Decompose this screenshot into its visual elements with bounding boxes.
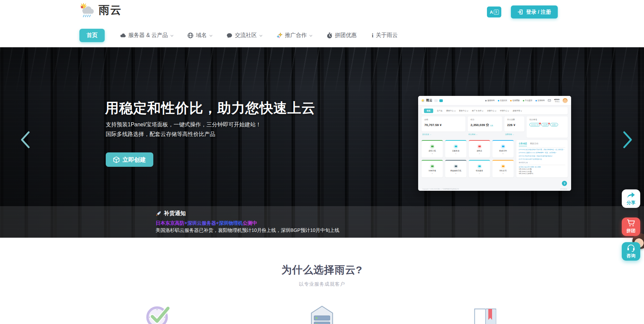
nav-item-home[interactable]: 首页	[79, 29, 105, 42]
clouds-icon	[120, 33, 126, 39]
nav-item-community[interactable]: 交流社区	[227, 32, 261, 39]
todo-favorites-pill[interactable]: 收藏夹	[550, 123, 558, 126]
language-translate-icon: 文	[494, 10, 499, 15]
nav-item-domains[interactable]: 域名	[188, 32, 211, 39]
info-icon: i	[372, 32, 374, 39]
tile-object-storage[interactable]: 对象存储2	[422, 160, 443, 177]
chevron-down-icon	[259, 34, 262, 36]
create-now-button[interactable]: 立即创建	[106, 152, 153, 167]
announcement-item[interactable]: [1月26日] 云服务器 Linux 系统镜像统一更新，欢迎体验！	[519, 152, 565, 154]
carousel-prev-arrow[interactable]	[20, 131, 30, 149]
tile-bare-metal[interactable]: 裸金属独立机5	[445, 160, 466, 177]
tile-virtual-hosting[interactable]: 虚拟主机3	[422, 140, 443, 158]
announcement-item[interactable]: [11月7日] 雨云改进计划与更新日志	[519, 158, 565, 160]
dashboard-screenshot: 雨云 搜索资料 交流社区 近期更新 节点监控 支持资料 admin管理员 综览 …	[418, 96, 571, 191]
share-button[interactable]: 分享	[622, 189, 640, 208]
dash-nav-products[interactable]: 云产品	[437, 110, 442, 112]
chat-bubble-icon	[227, 33, 233, 39]
badge: 4	[548, 123, 550, 125]
clock-check-icon	[144, 301, 173, 324]
dash-footer: Copyright © 2016-2024 雨云 - 广州雨智网络科技有限公司 …	[418, 188, 571, 190]
dash-nav-super[interactable]: 超级管理	[513, 110, 522, 112]
dash-menu-monitor[interactable]: 节点监控	[523, 99, 532, 102]
open-book-icon	[471, 301, 500, 324]
globe-icon	[188, 33, 194, 39]
todo-renew-pill[interactable]: 待续费4	[541, 123, 549, 126]
share-arrow-icon	[627, 192, 635, 199]
dash-logo-icon	[422, 99, 424, 102]
dash-nav-settings[interactable]: 设置中心	[487, 110, 496, 112]
restock-notice-bar: 补货通知 日本东京高防+深圳云服务器+深圳物理机公测中 美国洛杉矶云服务器已补货…	[0, 206, 644, 238]
language-a-icon: A	[490, 10, 493, 15]
dash-menu-docs[interactable]: 支持资料	[536, 99, 545, 102]
why-title: 为什么选择雨云?	[0, 263, 644, 277]
dash-menu-updates[interactable]: 近期更新	[510, 99, 520, 102]
tile-game-cloud[interactable]: 游戏云2	[469, 140, 490, 158]
spend-detail-link[interactable]: 消费明细 →	[505, 133, 524, 135]
why-section: 为什么选择雨云? 以专业服务成就客户	[0, 238, 644, 324]
tile-ssl-cert[interactable]: SSL证书3	[492, 160, 514, 177]
more-announcements-link[interactable]: 查看更多公告 →	[519, 162, 565, 163]
notice-detail-line: 美国洛杉矶云服务器已补货，襄阳物理机预计10月份上线，深圳BGP预计10月中旬上…	[156, 227, 339, 234]
dash-help-button[interactable]: ?	[562, 181, 567, 186]
site-logo[interactable]: 雨云	[79, 3, 122, 18]
carousel-next-arrow[interactable]	[623, 131, 633, 149]
dash-admin-label: admin管理员	[554, 98, 559, 103]
dash-admin-avatar[interactable]	[563, 98, 568, 103]
language-toggle-button[interactable]: A 文	[487, 7, 501, 17]
rain	[83, 15, 91, 17]
dash-layout-icon[interactable]	[434, 99, 438, 102]
dash-mail-icon[interactable]	[548, 99, 551, 102]
group-buy-button[interactable]: 拼团	[622, 217, 640, 236]
site-header: 雨云 A 文 登录 / 注册 首页 服务器 & 云产品 域	[0, 0, 644, 47]
login-register-button[interactable]: 登录 / 注册	[511, 5, 558, 18]
hero-title: 用稳定和性价比，助力您快速上云	[105, 99, 315, 117]
announcement-panel: 公告动态 最新活动 [1月24日] 雨云对象存储开启试运营，多款功能将随之一起上…	[516, 140, 568, 177]
rocket-icon	[156, 211, 162, 216]
dash-nav-finance[interactable]: 财务中心	[459, 110, 468, 112]
nav-item-about[interactable]: i 关于雨云	[372, 32, 398, 39]
tile-domain-service[interactable]: 域名服务1	[469, 160, 490, 177]
chevron-down-icon	[170, 34, 173, 36]
topup-link[interactable]: 前往充值 →	[422, 133, 465, 135]
todo-tickets-pill[interactable]: 待处理工单1	[529, 123, 540, 126]
dash-nav-billing[interactable]: 费用中心	[446, 110, 455, 112]
balance-card: 余额 70,707.59 ¥	[422, 116, 465, 132]
stopwatch-icon	[326, 33, 333, 39]
points-card: 积分 2,350,039 分 兑换	[468, 116, 502, 132]
dash-menu-community[interactable]: 交流社区	[498, 99, 507, 102]
hero-subtitle: 支持预装1Panel/宝塔面板，一键式操作，三分钟即可开始建站！ 国际多线路选择…	[106, 120, 261, 139]
logo-text: 雨云	[99, 3, 122, 18]
announcement-item[interactable]: [9月7日] 大陆优选已更新一批新的长期优惠与折扣！	[519, 155, 565, 157]
dash-menu-search[interactable]: 搜索资料	[485, 99, 495, 102]
consult-button[interactable]: 咨询	[622, 242, 640, 261]
cube-icon	[113, 157, 119, 163]
announcement-item[interactable]: [1月24日] 雨云对象存储开启试运营，多款功能将随之一起上线更新！	[519, 149, 565, 151]
chevron-down-icon	[309, 34, 312, 36]
headset-icon	[627, 244, 635, 252]
notice-title: 补货通知	[164, 210, 186, 217]
nav-item-group-deals[interactable]: 拼团优惠	[326, 32, 357, 39]
tile-cloud-server[interactable]: 云服务器1	[445, 140, 466, 158]
dash-nav: 综览 云产品 费用中心 财务中心 推广 & 合作 设置中心 管理中心 超级管理	[422, 107, 568, 114]
notice-highlight-line: 日本东京高防+深圳云服务器+深圳物理机公测中	[156, 220, 339, 226]
dash-nav-manage[interactable]: 管理中心	[500, 110, 509, 112]
qq-groups: 欢迎加入雨云官方群聊: 加入群聊 1群 (2000人) [已满] 2群 (200…	[519, 165, 565, 175]
rainyun-weather-logo-icon	[79, 3, 96, 18]
cart-icon	[627, 220, 635, 227]
nav-item-affiliate[interactable]: 推广合作	[276, 32, 311, 39]
points-mall-link[interactable]: 积分商城 →	[468, 133, 502, 135]
tab-activities[interactable]: 最新活动	[530, 142, 538, 146]
tile-cdn[interactable]: 雨盾CDN6	[492, 140, 514, 158]
hero-carousel: 用稳定和性价比，助力您快速上云 支持预装1Panel/宝塔面板，一键式操作，三分…	[0, 47, 644, 238]
main-nav: 首页 服务器 & 云产品 域名 交流社区	[79, 29, 398, 42]
dash-logo-text: 雨云	[426, 98, 433, 103]
dash-nav-affiliate[interactable]: 推广 & 合作	[472, 110, 483, 112]
monthly-spend-card: 本月消费 226 ¥	[504, 116, 524, 132]
tab-announcements[interactable]: 公告动态	[519, 142, 527, 146]
server-house-icon	[307, 301, 337, 324]
nav-item-servers-cloud-products[interactable]: 服务器 & 云产品	[120, 32, 172, 39]
dash-flag-icon[interactable]	[439, 99, 443, 102]
dash-nav-overview[interactable]: 综览	[424, 109, 433, 113]
product-tiles: 虚拟主机3 云服务器1 游戏云2 雨盾CDN6	[422, 140, 514, 177]
